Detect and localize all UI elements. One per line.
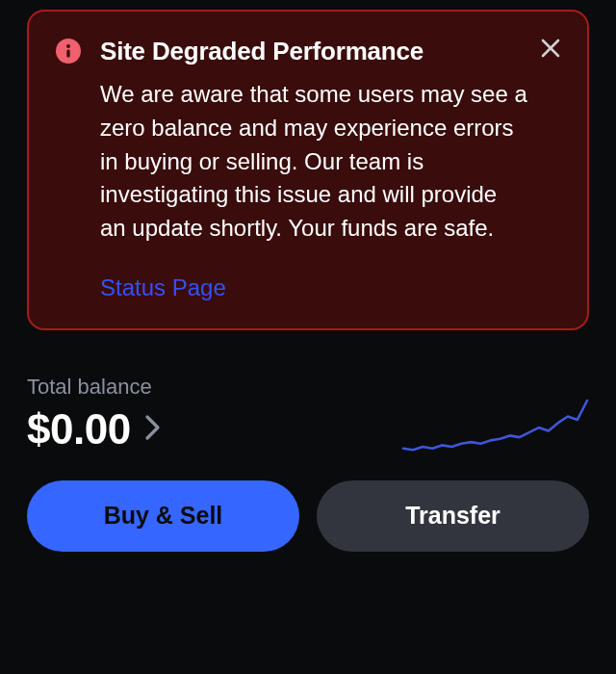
svg-point-0 bbox=[66, 44, 70, 48]
chevron-right-icon bbox=[144, 414, 162, 445]
balance-row[interactable]: $0.00 bbox=[27, 405, 162, 454]
buy-sell-button[interactable]: Buy & Sell bbox=[27, 480, 299, 552]
info-icon bbox=[56, 39, 81, 64]
balance-value: $0.00 bbox=[27, 405, 131, 454]
alert-title: Site Degraded Performance bbox=[100, 37, 527, 66]
svg-rect-1 bbox=[66, 50, 69, 58]
total-balance-label: Total balance bbox=[27, 375, 162, 400]
degraded-performance-alert: Site Degraded Performance We are aware t… bbox=[27, 10, 589, 330]
alert-message: We are aware that some users may see a z… bbox=[100, 78, 527, 246]
balance-sparkline bbox=[401, 394, 589, 454]
status-page-link[interactable]: Status Page bbox=[100, 274, 226, 301]
transfer-button[interactable]: Transfer bbox=[317, 480, 589, 552]
close-icon[interactable] bbox=[535, 33, 566, 64]
